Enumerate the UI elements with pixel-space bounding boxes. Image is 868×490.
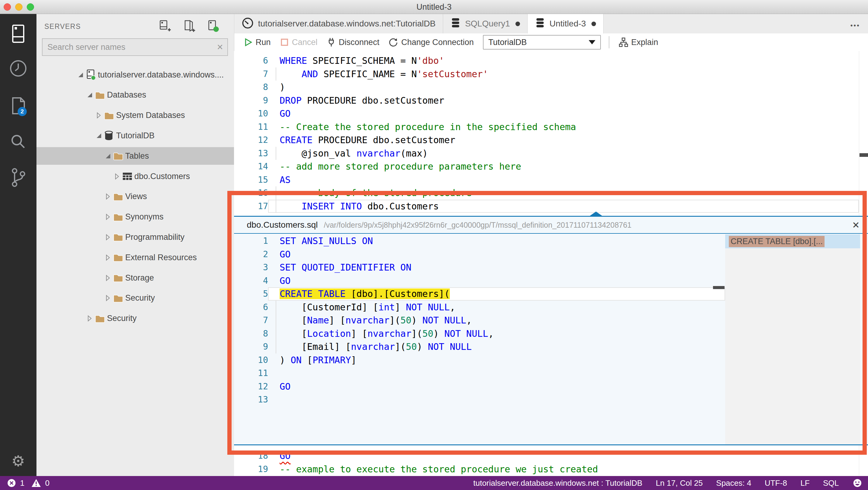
tree-item-security[interactable]: Security <box>36 310 234 327</box>
code-line-6[interactable]: 6WHERE SPECIFIC_SCHEMA = N'dbo' <box>234 54 859 67</box>
code-line-10[interactable]: 10GO <box>234 107 859 120</box>
dirty-indicator-icon[interactable] <box>591 22 596 26</box>
cancel-button[interactable]: Cancel <box>280 38 318 47</box>
code-line-11[interactable]: 11-- Create the stored procedure in the … <box>234 120 859 134</box>
line-number: 12 <box>234 381 268 392</box>
code-line-5[interactable]: 5CREATE TABLE [dbo].[Customers]( <box>234 287 725 301</box>
explain-button[interactable]: Explain <box>618 37 658 47</box>
code-line-6[interactable]: 6 [CustomerId] [int] NOT NULL, <box>234 301 725 314</box>
code-line-13[interactable]: 13 @json_val nvarchar(max) <box>234 147 859 160</box>
twistie-collapsed-icon[interactable] <box>85 315 95 321</box>
tree-item-tutorialserver-database-windows-[interactable]: tutorialserver.database.windows.... <box>36 66 234 84</box>
tree-item-programmability[interactable]: Programmability <box>36 228 234 246</box>
code-line-16[interactable]: 16 -- body of the stored procedure <box>234 186 859 200</box>
tab-sqlquery1[interactable]: SQLQuery1 <box>443 14 528 33</box>
language-mode[interactable]: SQL <box>823 479 839 488</box>
editor-tab-bar: tutorialserver.database.windows.net:Tuto… <box>234 14 868 33</box>
database-dropdown[interactable]: TutorialDB <box>483 35 601 50</box>
disconnect-button[interactable]: Disconnect <box>327 37 380 47</box>
line-number: 12 <box>234 135 268 145</box>
code-line-3[interactable]: 3SET QUOTED_IDENTIFIER ON <box>234 261 725 274</box>
code-line-7[interactable]: 7 [Name] [nvarchar](50) NOT NULL, <box>234 314 725 327</box>
tree-item-tables[interactable]: Tables <box>36 147 234 165</box>
settings-gear-icon[interactable]: ⚙ <box>0 452 36 470</box>
activity-bar: 2 ⚙ <box>0 14 36 476</box>
code-line-13[interactable]: 13 <box>234 393 725 406</box>
code-line-10[interactable]: 10) ON [PRIMARY] <box>234 354 725 367</box>
tab-server-dashboard[interactable]: tutorialserver.database.windows.net:Tuto… <box>234 14 443 33</box>
code-line-12[interactable]: 12CREATE PROCEDURE dbo.setCustomer <box>234 133 859 147</box>
change-connection-button[interactable]: Change Connection <box>389 37 474 47</box>
open-editors-icon[interactable]: 2 <box>0 92 36 121</box>
tree-item-external-resources[interactable]: External Resources <box>36 249 234 266</box>
twistie-collapsed-icon[interactable] <box>103 214 113 220</box>
folder-icon <box>113 151 125 160</box>
code-line-1[interactable]: 1SET ANSI_NULLS ON <box>234 234 725 248</box>
tree-item-synonyms[interactable]: Synonyms <box>36 208 234 226</box>
twistie-expanded-icon[interactable] <box>85 93 95 97</box>
server-tree: tutorialserver.database.windows....Datab… <box>36 14 234 476</box>
code-line-15[interactable]: 15AS <box>234 173 859 187</box>
twistie-expanded-icon[interactable] <box>94 133 104 138</box>
twistie-collapsed-icon[interactable] <box>112 173 122 180</box>
peek-bottom-border <box>234 445 868 445</box>
tree-item-databases[interactable]: Databases <box>36 86 234 104</box>
twistie-collapsed-icon[interactable] <box>94 112 104 119</box>
code-line-12[interactable]: 12GO <box>234 380 725 393</box>
encoding-status[interactable]: UTF-8 <box>765 479 787 488</box>
code-line-2[interactable]: 2GO <box>234 248 725 261</box>
line-number: 2 <box>234 249 268 259</box>
servers-view-icon[interactable] <box>0 20 36 49</box>
twistie-collapsed-icon[interactable] <box>103 193 113 200</box>
twistie-collapsed-icon[interactable] <box>103 254 113 261</box>
folder-icon <box>113 233 125 242</box>
code-line-17[interactable]: 17 INSERT INTO dbo.Customers <box>234 200 859 213</box>
tree-item-security[interactable]: Security <box>36 289 234 307</box>
tab-untitled-3[interactable]: Untitled-3 <box>528 14 603 33</box>
code-line-11[interactable]: 11 <box>234 367 725 380</box>
code-line-18[interactable]: 18GO <box>234 449 859 463</box>
code-line-4[interactable]: 4GO <box>234 274 725 287</box>
line-number: 16 <box>234 188 268 198</box>
code-line-8[interactable]: 8 [Location] [nvarchar](50) NOT NULL, <box>234 327 725 340</box>
twistie-expanded-icon[interactable] <box>75 73 86 77</box>
line-number: 6 <box>234 302 268 312</box>
feedback-smiley-icon[interactable] <box>852 478 863 488</box>
tree-item-storage[interactable]: Storage <box>36 269 234 287</box>
twistie-expanded-icon[interactable] <box>103 154 113 158</box>
tree-item-label: Storage <box>125 273 154 283</box>
task-history-icon[interactable] <box>0 54 36 83</box>
cursor-position[interactable]: Ln 17, Col 25 <box>656 479 703 488</box>
eol-status[interactable]: LF <box>801 479 810 488</box>
line-number: 11 <box>234 368 268 378</box>
close-icon[interactable] <box>844 220 868 231</box>
source-control-icon[interactable] <box>0 163 36 192</box>
twistie-collapsed-icon[interactable] <box>103 275 113 281</box>
warning-count: 0 <box>45 479 49 488</box>
run-button[interactable]: Run <box>243 38 271 47</box>
twistie-collapsed-icon[interactable] <box>103 234 113 240</box>
code-line-7[interactable]: 7 AND SPECIFIC_NAME = N'setCustomer' <box>234 67 859 81</box>
tree-item-dbo-customers[interactable]: dbo.Customers <box>36 167 234 185</box>
twistie-collapsed-icon[interactable] <box>103 295 113 301</box>
search-view-icon[interactable] <box>0 127 36 156</box>
code-line-19[interactable]: 19-- example to execute the stored proce… <box>234 463 859 476</box>
code-line-14[interactable]: 14-- add more stored procedure parameter… <box>234 160 859 173</box>
folder-icon <box>95 314 107 323</box>
indentation-status[interactable]: Spaces: 4 <box>716 479 751 488</box>
tree-item-label: tutorialserver.database.windows.... <box>98 70 224 80</box>
problems-status[interactable]: 1 0 <box>7 478 50 488</box>
dirty-indicator-icon[interactable] <box>516 22 520 26</box>
code-line-8[interactable]: 8) <box>234 81 859 94</box>
connection-status[interactable]: tutorialserver.database.windows.net : Tu… <box>473 479 642 488</box>
peek-reference-item[interactable]: CREATE TABLE [dbo].[... <box>725 234 860 248</box>
code-line-9[interactable]: 9DROP PROCEDURE dbo.setCustomer <box>234 94 859 107</box>
peek-anchor-arrow-icon <box>589 212 603 216</box>
tree-item-system-databases[interactable]: System Databases <box>36 107 234 124</box>
disconnect-label: Disconnect <box>339 38 380 47</box>
tree-item-views[interactable]: Views <box>36 188 234 206</box>
more-actions-icon[interactable] <box>850 18 860 30</box>
code-line-9[interactable]: 9 [Email] [nvarchar](50) NOT NULL <box>234 340 725 354</box>
run-label: Run <box>256 38 271 47</box>
tree-item-tutorialdb[interactable]: TutorialDB <box>36 127 234 144</box>
